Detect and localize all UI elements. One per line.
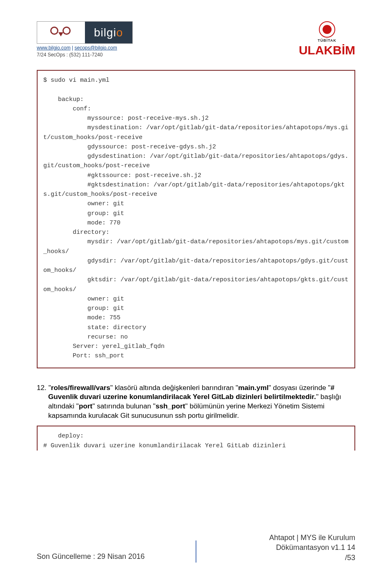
- owl-icon: [37, 25, 85, 40]
- footer-left: Son Güncelleme : 29 Nisan 2016: [37, 552, 187, 563]
- p-b4: port: [79, 402, 92, 410]
- header-right: TÜBİTAK ULAKBİM: [299, 21, 355, 57]
- brand-text: bilgio: [85, 22, 133, 43]
- email-link[interactable]: secops@bilgio.com: [75, 45, 117, 51]
- tubitak-logo: TÜBİTAK: [318, 21, 336, 43]
- p-b1: roles/firewall/vars: [51, 383, 110, 392]
- code-block-2: deploy: # Guvenlik duvari uzerine konuml…: [37, 426, 355, 451]
- tubitak-label: TÜBİTAK: [318, 38, 336, 43]
- p-b5: ssh_port: [156, 402, 185, 410]
- brand-left: bilgi: [94, 26, 116, 39]
- p-t5: " satırında bulunan ": [92, 402, 156, 410]
- footer-right-3: /53: [205, 553, 355, 563]
- brand-o: o: [116, 26, 123, 39]
- p-b2: main.yml: [238, 383, 269, 392]
- meta-sep: |: [71, 45, 75, 51]
- footer-right: Ahtapot | MYS ile Kurulum Dökümantasyon …: [205, 533, 355, 563]
- ulakbim-label: ULAKBİM: [299, 43, 355, 57]
- p-t2: " klasörü altında değişkenleri barındıra…: [110, 383, 238, 392]
- header-left: bilgio www.bilgio.com | secops@bilgio.co…: [37, 21, 133, 58]
- phone-line: 7/24 SecOps : (532) 111-7240: [37, 52, 133, 58]
- site-email-line: www.bilgio.com | secops@bilgio.com: [37, 45, 133, 51]
- code-block-1: $ sudo vi main.yml backup: conf: myssour…: [37, 70, 355, 368]
- p-t3: " dosyası üzerinde ": [269, 383, 331, 392]
- step-number: 12.: [37, 383, 49, 392]
- footer-right-1: Ahtapot | MYS ile Kurulum: [205, 533, 355, 543]
- step-12-paragraph: 12. "roles/firewall/vars" klasörü altınd…: [48, 383, 355, 420]
- page-header: bilgio www.bilgio.com | secops@bilgio.co…: [37, 21, 355, 58]
- page-footer: Son Güncelleme : 29 Nisan 2016 Ahtapot |…: [37, 533, 355, 563]
- site-link[interactable]: www.bilgio.com: [37, 45, 71, 51]
- bilgio-logo: bilgio: [37, 21, 133, 44]
- tubitak-circle-icon: [319, 21, 335, 38]
- footer-right-2: Dökümantasyon v1.1 14: [205, 543, 355, 552]
- footer-divider: [196, 540, 196, 563]
